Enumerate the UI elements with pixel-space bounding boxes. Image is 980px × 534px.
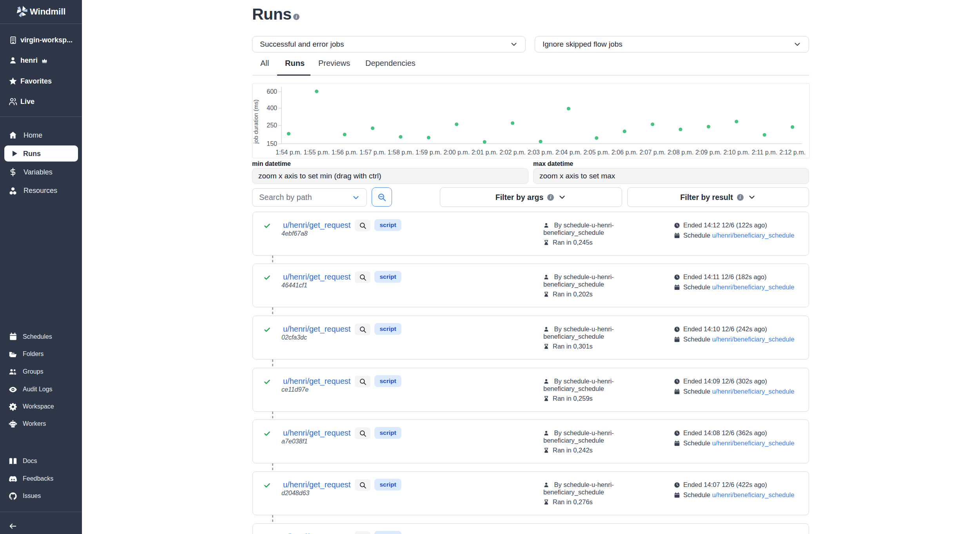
svg-text:2:12 p.m.: 2:12 p.m. — [779, 149, 806, 156]
svg-text:1:59 p.m.: 1:59 p.m. — [416, 149, 442, 156]
svg-text:2:06 p.m.: 2:06 p.m. — [612, 149, 638, 156]
svg-text:2:03 p.m.: 2:03 p.m. — [528, 149, 554, 156]
svg-text:2:08 p.m.: 2:08 p.m. — [668, 149, 694, 156]
svg-text:2:09 p.m.: 2:09 p.m. — [695, 149, 722, 156]
svg-text:2:05 p.m.: 2:05 p.m. — [583, 149, 610, 156]
svg-text:250: 250 — [267, 122, 277, 129]
svg-text:1:56 p.m.: 1:56 p.m. — [332, 149, 358, 156]
svg-text:2:01 p.m.: 2:01 p.m. — [472, 149, 498, 156]
svg-text:1:58 p.m.: 1:58 p.m. — [388, 149, 414, 156]
svg-text:2:00 p.m.: 2:00 p.m. — [443, 149, 470, 156]
svg-text:1:55 p.m.: 1:55 p.m. — [303, 149, 330, 156]
svg-text:600: 600 — [267, 88, 277, 95]
svg-text:2:11 p.m.: 2:11 p.m. — [751, 149, 777, 156]
svg-text:1:57 p.m.: 1:57 p.m. — [359, 149, 386, 156]
svg-text:2:04 p.m.: 2:04 p.m. — [555, 149, 582, 156]
svg-text:1:54 p.m.: 1:54 p.m. — [276, 149, 302, 156]
svg-text:2:07 p.m.: 2:07 p.m. — [639, 149, 666, 156]
svg-text:job duration (ms): job duration (ms) — [252, 100, 259, 144]
svg-text:2:10 p.m.: 2:10 p.m. — [723, 149, 750, 156]
svg-text:150: 150 — [267, 140, 277, 147]
svg-text:400: 400 — [267, 105, 277, 111]
svg-text:2:02 p.m.: 2:02 p.m. — [499, 149, 526, 156]
